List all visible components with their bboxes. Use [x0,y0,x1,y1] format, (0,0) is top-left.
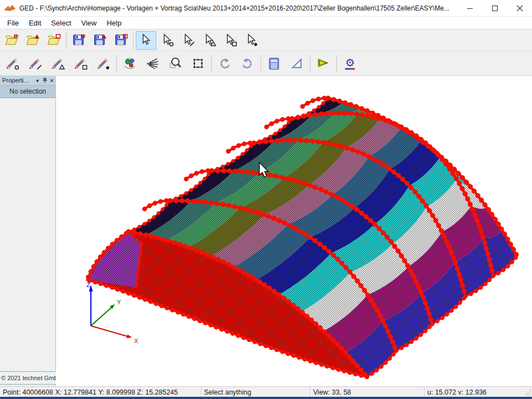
axis-label-x: X [134,337,139,344]
selection-status: No selection [0,85,55,98]
status-hint: Select anything [201,387,310,397]
redo-button[interactable] [237,53,259,74]
folder-icon [26,33,40,47]
pencil-icon [28,57,42,70]
cursor-icon [202,33,216,47]
cursor-icon [181,33,195,47]
axis-label-z: Z [86,282,90,288]
menu-item-file[interactable]: File [2,18,24,28]
minimize-button[interactable] [457,0,482,17]
pin-icon[interactable] [41,77,48,84]
copyright-label: © 2021 technet GmbH [0,371,56,385]
menu-item-select[interactable]: Select [46,18,76,28]
application-window: GED - F:\Synch\Archiv\Homepage - Vorlage… [0,0,532,399]
zoom-window-button[interactable] [165,53,187,74]
cursor-icon [244,33,258,47]
open-triangle-button[interactable] [23,31,43,50]
properties-panel-header: Properti... ▾ ✕ [0,76,55,85]
draw-element-button[interactable] [93,53,115,74]
cursor-icon [139,33,153,47]
viewport-canvas[interactable]: ZYX [57,76,532,386]
redo-icon [241,57,254,70]
folder-icon [5,33,19,47]
zoomtool-icon [168,57,182,70]
cursor-icon [160,33,174,47]
folder-icon [47,33,61,47]
calc-icon [267,57,281,70]
save-icon [93,33,107,47]
window-bottom-edge [0,397,532,399]
orbit-icon [123,57,137,70]
rays-icon [146,57,160,70]
app-logo-icon [4,3,16,13]
save-triangle-button[interactable] [90,31,110,50]
calculator-button[interactable] [263,53,285,74]
cursor-icon [223,33,237,47]
close-button[interactable] [507,0,532,17]
select-triangle-button[interactable] [199,31,219,50]
resize-grip[interactable] [524,388,531,396]
select-line-button[interactable] [178,31,198,50]
open-hash-button[interactable] [2,31,22,50]
gear-icon: ⚙ [343,57,357,70]
toolbar-separator [336,55,337,72]
menu-item-edit[interactable]: Edit [24,18,46,28]
start-computation-button[interactable] [313,53,335,74]
save-square-button[interactable] [111,31,131,50]
setsquare-icon [290,57,304,70]
status-view-angles: View: 33, 58 [310,387,424,397]
draw-line-button[interactable] [24,53,47,74]
toolbar-file-select [0,29,532,51]
status-point-coordinates: Point: 40006608 X: 12.779841 Y: 8.099998… [0,387,201,397]
window-controls [457,0,532,17]
menu-bar: FileEditSelectViewHelp [0,17,532,29]
zoom-extents-button[interactable] [187,53,209,74]
save-icon [114,33,128,47]
pencil-icon [96,57,110,70]
draw-square-button[interactable] [70,53,92,74]
axis-label-y: Y [117,299,121,305]
select-square-button[interactable] [220,31,241,50]
open-square-button[interactable] [44,31,64,50]
model-3d [87,98,517,377]
pencil-icon [51,57,65,70]
select-default-button[interactable] [136,31,156,50]
save-icon [72,33,86,47]
toolbar-separator [66,32,66,49]
rotate-view-button[interactable] [119,53,141,74]
properties-panel-title: Properti... [0,77,34,84]
menu-item-view[interactable]: View [76,18,102,28]
chevron-down-icon[interactable]: ▾ [34,77,41,84]
properties-panel: Properti... ▾ ✕ No selection © 2021 tech… [0,76,56,386]
select-element-button[interactable] [241,31,262,50]
viewport[interactable]: ZYX [57,76,532,386]
menu-item-help[interactable]: Help [101,18,126,28]
settings-button[interactable]: ⚙ [339,53,361,74]
render-rays-button[interactable] [142,53,164,74]
toolbar-separator [116,55,117,72]
close-panel-icon[interactable]: ✕ [48,77,55,84]
draw-triangle-button[interactable] [47,53,69,74]
save-hash-button[interactable] [69,31,89,50]
undo-icon [218,57,232,70]
frame-icon [191,57,205,70]
status-bar: Point: 40006608 X: 12.779841 Y: 8.099998… [0,386,532,397]
draw-point-button[interactable] [2,53,24,74]
maximize-button[interactable] [482,0,507,17]
title-bar: GED - F:\Synch\Archiv\Homepage - Vorlage… [0,0,532,17]
toolbar-separator [211,55,212,72]
toolbar-separator [133,32,134,49]
pencil-icon [74,57,88,70]
window-title: GED - F:\Synch\Archiv\Homepage - Vorlage… [19,4,457,12]
toolbar-separator [260,55,261,72]
properties-panel-body [0,98,55,361]
pencil-icon [6,57,19,70]
toolbar-separator [310,55,310,72]
flag-icon [316,57,330,70]
svg-text:⚙: ⚙ [345,57,355,69]
toolbar-tools: ⚙ [0,51,532,76]
select-point-button[interactable] [157,31,177,50]
measure-button[interactable] [286,53,308,74]
status-uv-coordinates: u: 15.072 v: 12.936 [424,387,523,397]
undo-button[interactable] [214,53,236,74]
